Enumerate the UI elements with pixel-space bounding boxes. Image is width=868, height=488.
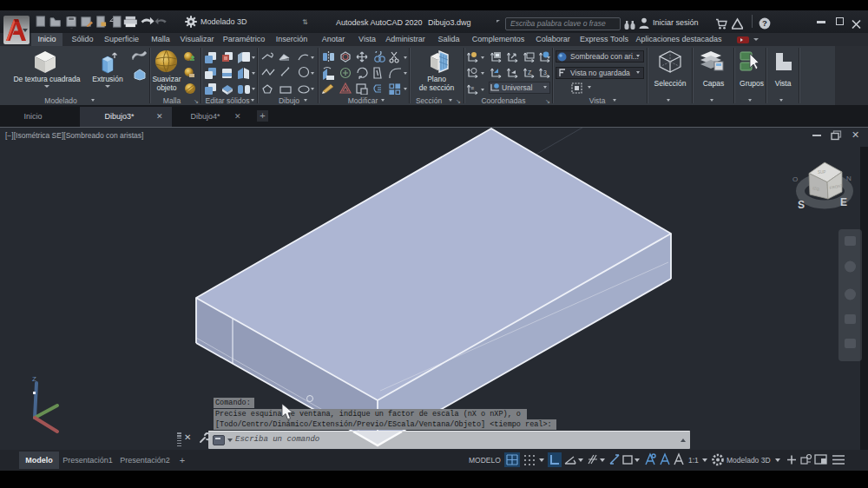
svg-text:N: N: [846, 175, 852, 182]
svg-text:O: O: [792, 175, 798, 183]
svg-text:Z: Z: [32, 375, 36, 383]
svg-text:Modelado 3D: Modelado 3D: [727, 456, 771, 465]
svg-text:Z: Z: [528, 69, 532, 76]
svg-text:1:1: 1:1: [688, 456, 699, 465]
svg-text:?: ?: [762, 18, 767, 28]
svg-text:3: 3: [543, 69, 547, 76]
svg-text:SUP: SUP: [818, 170, 825, 175]
svg-text:≡: ≡: [470, 85, 474, 91]
svg-text:E: E: [840, 196, 847, 208]
svg-text:S: S: [798, 199, 805, 211]
